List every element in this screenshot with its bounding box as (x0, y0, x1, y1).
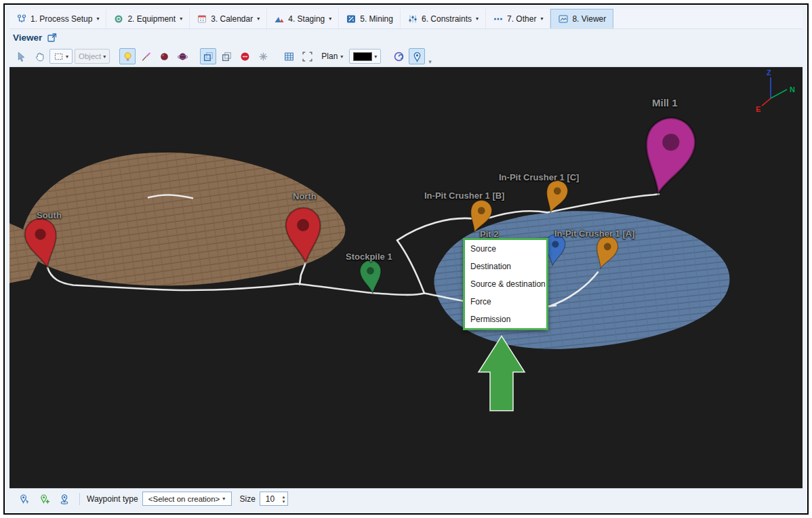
chevron-down-icon: ▾ (222, 496, 225, 502)
grid-table-icon[interactable] (281, 48, 297, 64)
green-arrow-annotation (479, 336, 525, 411)
slice-box-icon[interactable] (218, 48, 235, 64)
scene-3d: Z N E (9, 67, 803, 488)
waypoint-context-menu: Source Destination Source & destination … (463, 238, 548, 330)
clipping-box-icon[interactable] (200, 48, 216, 64)
waypoint-label-crusher-a: In-Pit Crusher 1 [A] (554, 228, 634, 239)
waypoint-label-stockpile: Stockpile 1 (346, 252, 392, 262)
tab-staging[interactable]: 4. Staging ▾ (267, 9, 339, 28)
select-cursor-icon[interactable] (13, 48, 29, 64)
tab-other[interactable]: 7. Other ▾ (486, 9, 550, 28)
chevron-down-icon: ▾ (66, 54, 68, 60)
viewer-icon (558, 14, 569, 24)
size-spinner[interactable]: 10 ▴ ▾ (260, 492, 288, 506)
tab-label: 3. Calendar (211, 14, 253, 24)
waypoint-type-value: <Select on creation> (148, 495, 220, 503)
chevron-down-icon: ▾ (180, 16, 182, 22)
menu-item-source[interactable]: Source (465, 240, 546, 258)
axis-n-label: N (790, 85, 795, 94)
waypoint-pin-toggle-icon[interactable] (409, 48, 425, 64)
separator (79, 493, 80, 505)
chevron-down-icon: ▾ (96, 16, 99, 22)
sphere-icon[interactable] (156, 48, 172, 64)
color-swatch (353, 52, 372, 61)
toolbar-overflow-icon[interactable]: ▾ (428, 58, 432, 66)
viewer-toolbar: ▾ Object ▾ Plan ▾ ▾ ▾ (9, 46, 803, 67)
staging-icon (274, 14, 285, 24)
chevron-down-icon: ▾ (476, 16, 479, 22)
calendar-icon (197, 14, 207, 24)
spin-up-icon[interactable]: ▴ (283, 494, 285, 499)
waypoint-type-dropdown[interactable]: <Select on creation> ▾ (142, 492, 232, 506)
menu-item-force[interactable]: Force (465, 293, 546, 311)
select-waypoint-icon[interactable] (16, 491, 32, 507)
plan-label: Plan (321, 52, 338, 61)
axis-indicator: Z N E (756, 68, 795, 113)
add-waypoint-icon[interactable] (36, 491, 52, 507)
waypoint-toolbar: Waypoint type <Select on creation> ▾ Siz… (9, 488, 803, 509)
menu-item-permission[interactable]: Permission (465, 311, 546, 328)
tab-label: 7. Other (507, 14, 536, 24)
spin-down-icon[interactable]: ▾ (283, 499, 285, 504)
menu-item-source-and-destination[interactable]: Source & destination (465, 275, 546, 293)
size-value[interactable]: 10 (260, 492, 280, 505)
tab-viewer[interactable]: 8. Viewer (550, 9, 613, 28)
tab-constraints[interactable]: 6. Constraints ▾ (401, 9, 486, 28)
tab-label: 2. Equipment (127, 14, 176, 24)
app-window: 1. Process Setup ▾ 2. Equipment ▾ 3. Cal… (3, 3, 809, 515)
move-waypoint-icon[interactable] (56, 491, 73, 507)
tab-calendar[interactable]: 3. Calendar ▾ (190, 9, 267, 28)
menu-item-destination[interactable]: Destination (465, 258, 546, 275)
viewer-header: Viewer (9, 29, 803, 46)
process-setup-icon (16, 14, 27, 24)
chevron-down-icon: ▾ (329, 16, 331, 22)
record-dots-icon[interactable] (237, 48, 253, 64)
tab-label: 4. Staging (288, 14, 325, 24)
axis-e-label: E (756, 105, 760, 113)
chevron-down-icon: ▾ (103, 54, 106, 60)
chevron-down-icon: ▾ (540, 16, 543, 22)
waypoint-label-south: South (37, 210, 62, 220)
chevron-down-icon: ▾ (257, 16, 260, 22)
tab-process-setup[interactable]: 1. Process Setup ▾ (9, 9, 106, 28)
light-bulb-icon[interactable] (119, 48, 136, 64)
waypoint-label-north: North (293, 191, 317, 201)
object-mode-dropdown[interactable]: Object ▾ (75, 49, 110, 64)
mining-icon (346, 14, 357, 24)
open-external-icon[interactable] (46, 32, 58, 44)
other-dots-icon (493, 14, 504, 24)
constraints-icon (407, 14, 418, 24)
tab-label: 5. Mining (360, 14, 393, 24)
waypoint-label-crusher-b: In-Pit Crusher 1 [B] (424, 191, 504, 201)
size-label: Size (240, 494, 256, 504)
waypoint-pin-stockpile[interactable] (359, 260, 384, 295)
chevron-down-icon: ▾ (374, 54, 377, 60)
jack-axis-icon[interactable] (255, 48, 271, 64)
equipment-icon (113, 14, 124, 24)
tab-label: 1. Process Setup (31, 14, 92, 24)
sphere-ring-icon[interactable] (174, 48, 190, 64)
waypoint-label-mill: Mill 1 (652, 97, 678, 108)
plan-view-dropdown[interactable]: Plan ▾ (317, 48, 347, 64)
tab-label: 8. Viewer (572, 14, 606, 24)
viewer-canvas[interactable]: Z N E South North Stockpile 1 Mill 1 In-… (9, 67, 803, 488)
marquee-icon (54, 52, 64, 62)
zoom-extents-icon[interactable] (299, 48, 315, 64)
sweep-brush-icon[interactable] (138, 48, 154, 64)
waypoint-type-label: Waypoint type (87, 494, 138, 504)
spiral-eye-icon[interactable] (390, 48, 407, 64)
waypoint-label-crusher-c: In-Pit Crusher 1 [C] (499, 172, 579, 182)
pan-hand-icon[interactable] (31, 48, 47, 64)
chevron-down-icon: ▾ (340, 54, 343, 60)
waypoint-pin-mill[interactable] (634, 113, 700, 199)
tab-bar: 1. Process Setup ▾ 2. Equipment ▾ 3. Cal… (9, 9, 803, 29)
tab-equipment[interactable]: 2. Equipment ▾ (106, 9, 190, 28)
marquee-select-dropdown[interactable]: ▾ (49, 49, 73, 64)
axis-z-label: Z (767, 68, 771, 77)
page-title: Viewer (13, 33, 42, 43)
tab-label: 6. Constraints (422, 14, 472, 24)
tab-mining[interactable]: 5. Mining (339, 9, 401, 28)
background-color-dropdown[interactable]: ▾ (349, 49, 381, 64)
object-mode-label: Object (79, 52, 101, 60)
